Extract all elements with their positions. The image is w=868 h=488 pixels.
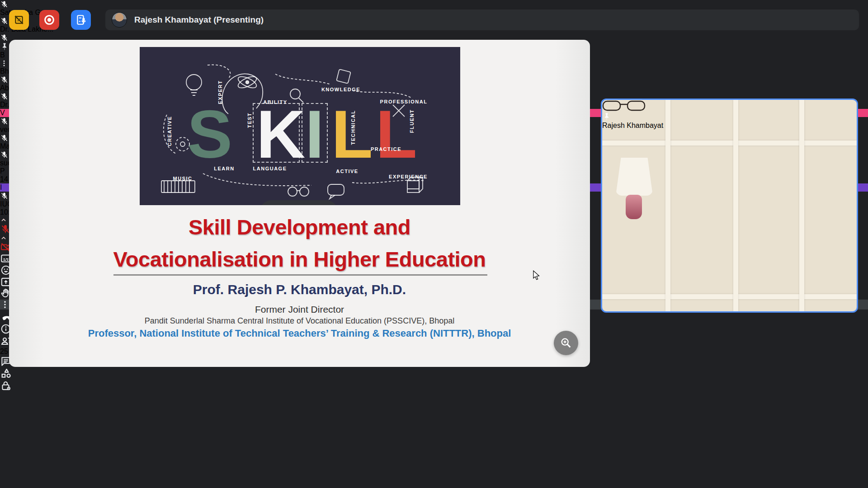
chevron-up-icon [0, 235, 7, 242]
lock-person-icon [0, 380, 12, 392]
more-options-icon [0, 300, 10, 310]
zoom-in-button[interactable] [554, 331, 578, 355]
graphic-word: MUSIC [173, 176, 193, 181]
slide-title-line2: Vocationalisation in Higher Education [9, 244, 590, 276]
graphic-word: LEARN [214, 166, 234, 171]
slide-divider [113, 274, 487, 276]
mic-off-icon [0, 134, 9, 142]
presenter-avatar [112, 12, 127, 28]
graphic-word: KNOWLEDGE [321, 87, 360, 92]
slide-org-line1: Pandit Sunderlal Sharma Central Institut… [9, 316, 590, 326]
graphic-word: FLUENT [409, 109, 415, 133]
graphic-word: PRACTICE [371, 146, 401, 152]
shared-screen-presentation: S K I L L CREATIVE EXPERT TEST ABILITY K… [9, 40, 590, 367]
skill-letter: S [187, 100, 232, 168]
pin-icon [602, 112, 611, 122]
shelf [602, 294, 857, 299]
mouse-cursor [532, 270, 541, 280]
chevron-up-icon [0, 216, 7, 224]
mic-off-icon [0, 75, 9, 84]
shelf [602, 141, 857, 145]
shelf [799, 100, 804, 311]
zoom-in-icon [560, 337, 572, 349]
slide-title: Skill Development and Vocationalisation … [9, 211, 590, 275]
graphic-word: LANGUAGE [253, 166, 287, 171]
grid-off-icon [13, 14, 25, 26]
presenter-name: Rajesh Khambayat (Presenting) [134, 15, 264, 25]
mic-off-icon [0, 33, 9, 42]
slide-presenter-name: Prof. Rajesh P. Khambayat, Ph.D. [9, 282, 590, 297]
graphic-word: TECHNICAL [350, 110, 356, 145]
graphic-word: ABILITY [263, 99, 287, 105]
mic-off-icon [0, 192, 9, 200]
activities-button[interactable] [0, 367, 868, 380]
skill-letter: I [305, 100, 324, 168]
activities-shapes-icon [0, 367, 13, 380]
shelf [733, 100, 738, 311]
spotlight-video-tile[interactable]: Rajesh Khambayat [601, 99, 858, 313]
spotlight-participant-name: Rajesh Khambayat [602, 122, 663, 129]
mic-off-icon [0, 92, 9, 101]
glasses [602, 100, 646, 112]
google-meet-window: Rajesh Khambayat (Presenting) [0, 0, 868, 488]
slide-org-line2: Professor, National Institute of Technic… [9, 328, 590, 339]
record-icon [43, 14, 56, 26]
host-controls-button[interactable] [0, 380, 868, 392]
extension-grid-off-button[interactable] [9, 10, 29, 30]
lamp [616, 158, 653, 196]
graphic-word: EXPERIENCE [389, 174, 428, 179]
tile-hover-controls [260, 200, 338, 205]
pin-icon[interactable] [0, 42, 9, 51]
extension-transcript-button[interactable] [71, 10, 91, 30]
skill-graphic: S K I L L CREATIVE EXPERT TEST ABILITY K… [140, 47, 460, 205]
skill-letter: K [256, 100, 305, 168]
lamp-base [626, 195, 642, 219]
slide-role-line: Former Joint Director [9, 304, 590, 315]
graphic-word: EXPERT [217, 80, 223, 104]
graphic-word: ACTIVE [336, 169, 358, 174]
more-options-icon[interactable] [0, 59, 8, 67]
mic-off-icon [0, 0, 9, 9]
mic-off-icon [0, 150, 9, 159]
graphic-word: TEST [247, 113, 252, 128]
graphic-word: PROFESSIONAL [380, 99, 428, 104]
extension-record-button[interactable] [39, 10, 59, 30]
shelf [665, 100, 670, 311]
mic-off-icon [0, 17, 9, 25]
presenter-banner: Rajesh Khambayat (Presenting) [105, 9, 859, 30]
transcript-mic-icon [75, 14, 87, 26]
avatar-letter: P [0, 167, 5, 175]
graphic-word: CREATIVE [167, 116, 172, 146]
mic-off-icon [0, 117, 9, 126]
avatar-letter: B [0, 51, 5, 59]
slide-title-line1: Skill Development and [9, 211, 590, 244]
